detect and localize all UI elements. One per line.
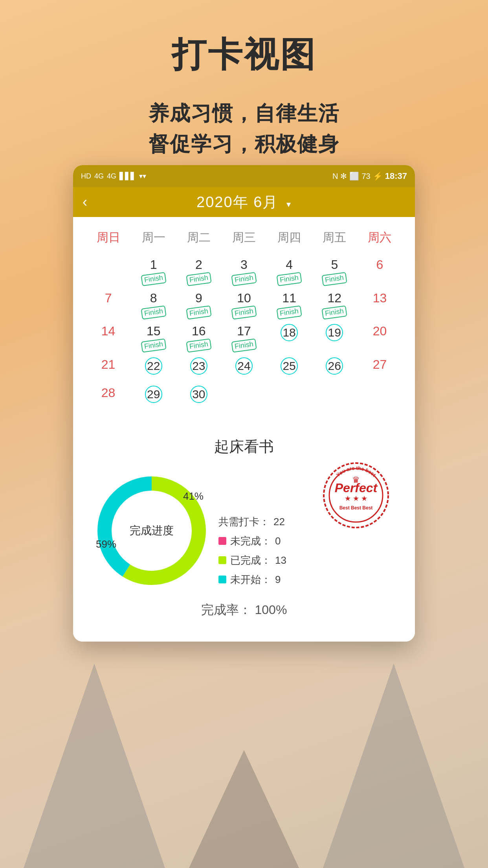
svg-text:Best Best Best: Best Best Best	[339, 505, 373, 511]
circle-29: 29	[145, 386, 162, 403]
finish-stamp-2: Finish	[186, 272, 211, 286]
cal-cell-empty4	[312, 383, 357, 412]
status-nfc: N	[332, 172, 338, 181]
stats-incomplete-label: 未完成：	[230, 534, 271, 548]
circle-26: 26	[326, 357, 343, 375]
cal-cell-18[interactable]: 18	[267, 322, 312, 355]
svg-text:♛: ♛	[352, 475, 360, 485]
status-battery-pct: 73	[361, 172, 370, 181]
deco-triangle-center	[189, 750, 299, 868]
cal-cell-7[interactable]: 7	[86, 289, 131, 322]
cal-cell-13[interactable]: 13	[357, 289, 402, 322]
cal-cell-20[interactable]: 20	[357, 322, 402, 355]
stats-completed-label: 已完成：	[230, 554, 271, 567]
cal-cell-10[interactable]: 10 Finish	[221, 289, 266, 322]
weekday-wed: 周三	[221, 226, 266, 249]
finish-stamp-10: Finish	[231, 305, 257, 319]
cal-cell-11[interactable]: 11 Finish	[267, 289, 312, 322]
stats-notstarted-label: 未开始：	[230, 573, 271, 587]
weekday-thu: 周四	[267, 226, 312, 249]
cal-cell-25[interactable]: 25	[267, 355, 312, 383]
status-left: HD 4G 4G ▋▋▋ ▾▾	[81, 172, 146, 180]
donut-center-label: 完成进度	[130, 523, 174, 538]
circle-18: 18	[281, 324, 298, 341]
finish-stamp-8: Finish	[141, 305, 166, 319]
calendar-dropdown-arrow[interactable]: ▾	[286, 199, 292, 209]
cal-cell-22[interactable]: 22	[131, 355, 176, 383]
stats-total-value: 22	[273, 516, 285, 528]
calendar-grid: 0 1 Finish 2 Finish 3 Finish 4 Finish 5 …	[86, 255, 402, 412]
cal-cell-empty5	[357, 383, 402, 412]
status-right: N ✻ ⬜ 73 ⚡ 18:37	[332, 171, 407, 181]
weekday-sat: 周六	[357, 226, 402, 249]
cal-cell-3[interactable]: 3 Finish	[221, 255, 266, 289]
cal-cell-16[interactable]: 16 Finish	[176, 322, 221, 355]
cal-cell-5[interactable]: 5 Finish	[312, 255, 357, 289]
stats-completed-value: 13	[275, 554, 286, 566]
calendar-title: 2020年 6月 ▾	[196, 192, 292, 212]
cal-cell-9[interactable]: 9 Finish	[176, 289, 221, 322]
cal-cell-30[interactable]: 30	[176, 383, 221, 412]
circle-30: 30	[190, 386, 207, 403]
status-signal: HD	[81, 172, 91, 180]
dot-incomplete	[218, 537, 226, 545]
circle-25: 25	[281, 357, 298, 375]
status-4g2: 4G	[107, 172, 116, 180]
cal-cell-empty2	[221, 383, 266, 412]
status-charge: ⚡	[373, 171, 383, 181]
deco-triangle-left	[24, 664, 165, 868]
completion-rate: 完成率： 100%	[89, 601, 399, 623]
stats-notstarted-value: 9	[275, 574, 281, 586]
stats-title: 起床看书	[89, 437, 399, 457]
dot-completed	[218, 556, 226, 564]
circle-24: 24	[235, 357, 253, 375]
cal-cell-28[interactable]: 28	[86, 383, 131, 412]
finish-stamp-12: Finish	[322, 305, 347, 319]
cal-cell-19[interactable]: 19	[312, 322, 357, 355]
finish-stamp-15: Finish	[141, 338, 166, 353]
cal-cell-4[interactable]: 4 Finish	[267, 255, 312, 289]
circle-23: 23	[190, 357, 207, 375]
stats-notstarted-row: 未开始： 9	[218, 573, 399, 587]
stats-completed-row: 已完成： 13	[218, 554, 399, 567]
status-bar: HD 4G 4G ▋▋▋ ▾▾ N ✻ ⬜ 73 ⚡ 18:37	[73, 165, 415, 187]
perfect-stamp: You are the best Perfect ★ ★ ★ Best Best…	[321, 460, 391, 531]
cal-cell-15[interactable]: 15 Finish	[131, 322, 176, 355]
cal-cell-23[interactable]: 23	[176, 355, 221, 383]
cal-cell-17[interactable]: 17 Finish	[221, 322, 266, 355]
cal-cell-27[interactable]: 27	[357, 355, 402, 383]
cal-cell-2[interactable]: 2 Finish	[176, 255, 221, 289]
cal-cell-12[interactable]: 12 Finish	[312, 289, 357, 322]
cal-cell-29[interactable]: 29	[131, 383, 176, 412]
finish-stamp-1: Finish	[141, 272, 166, 286]
stats-content-wrapper: You are the best Perfect ★ ★ ★ Best Best…	[89, 468, 399, 594]
cal-cell-26[interactable]: 26	[312, 355, 357, 383]
dot-notstarted	[218, 576, 226, 583]
calendar-back-button[interactable]: ‹	[83, 194, 87, 210]
status-bt: ✻	[340, 171, 347, 181]
phone-mockup: HD 4G 4G ▋▋▋ ▾▾ N ✻ ⬜ 73 ⚡ 18:37 ‹ 2020年…	[73, 165, 415, 642]
weekday-tue: 周二	[176, 226, 221, 249]
weekday-sun: 周日	[86, 226, 131, 249]
pct-59-label: 59%	[96, 538, 116, 550]
page-title: 打卡视图	[0, 0, 488, 78]
stats-incomplete-row: 未完成： 0	[218, 534, 399, 548]
cal-cell-6[interactable]: 6	[357, 255, 402, 289]
finish-stamp-5: Finish	[322, 272, 347, 286]
stats-incomplete-value: 0	[275, 535, 281, 547]
subtitle-line2: 督促学习，积极健身	[0, 129, 488, 159]
cal-cell-14[interactable]: 14	[86, 322, 131, 355]
status-bars: ▋▋▋	[119, 172, 136, 180]
finish-stamp-9: Finish	[186, 305, 211, 319]
circle-22: 22	[145, 357, 162, 375]
finish-stamp-3: Finish	[231, 272, 257, 286]
finish-stamp-17: Finish	[231, 338, 257, 353]
weekday-fri: 周五	[312, 226, 357, 249]
cal-cell-8[interactable]: 8 Finish	[131, 289, 176, 322]
cal-cell-21[interactable]: 21	[86, 355, 131, 383]
calendar-body: 周日 周一 周二 周三 周四 周五 周六 0 1 Finish 2 Finish…	[73, 217, 415, 424]
subtitle-line1: 养成习惯，自律生活	[0, 98, 488, 129]
cal-cell-1[interactable]: 1 Finish	[131, 255, 176, 289]
page-subtitle: 养成习惯，自律生活 督促学习，积极健身	[0, 98, 488, 159]
cal-cell-24[interactable]: 24	[221, 355, 266, 383]
